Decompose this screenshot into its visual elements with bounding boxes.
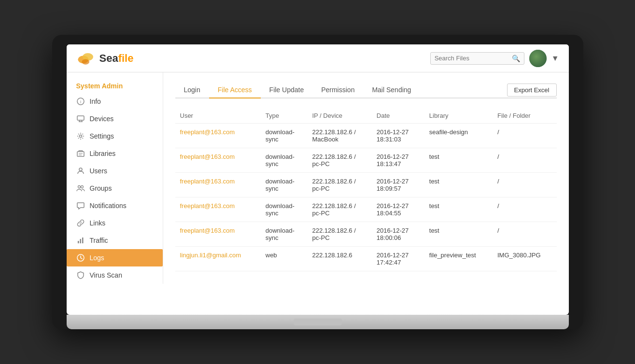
table-row: freeplant@163.com download- sync 222.128… <box>175 173 557 197</box>
sidebar-item-groups[interactable]: Groups <box>67 180 163 197</box>
svg-point-13 <box>79 168 82 171</box>
sidebar-label-libraries: Libraries <box>90 150 116 157</box>
svg-rect-17 <box>80 239 81 243</box>
sidebar-item-info[interactable]: i Info <box>67 93 163 110</box>
cell-user-4: freeplant@163.com <box>175 222 261 247</box>
cell-ip-device-3: 222.128.182.6 / pc-PC <box>307 197 371 222</box>
shield-icon <box>76 271 85 280</box>
search-icon[interactable]: 🔍 <box>512 55 520 62</box>
sidebar-item-traffic[interactable]: Traffic <box>67 232 163 249</box>
user-menu-arrow[interactable]: ▼ <box>551 54 559 63</box>
user-icon <box>76 167 85 175</box>
sidebar-section-title: System Admin <box>67 77 163 93</box>
cell-ip-device-5: 222.128.182.6 <box>307 247 371 271</box>
cell-file-folder-3: / <box>493 197 557 222</box>
export-excel-button[interactable]: Export Excel <box>507 84 557 97</box>
table-row: freeplant@163.com download- sync 222.128… <box>175 197 557 222</box>
user-link-4[interactable]: freeplant@163.com <box>180 227 235 234</box>
trackpad <box>294 319 342 325</box>
cell-file-folder-5: IMG_3080.JPG <box>493 247 557 271</box>
user-link-5[interactable]: lingjun.li1@gmail.com <box>180 252 241 259</box>
sidebar-label-logs: Logs <box>90 254 104 262</box>
logo-sea-text: Sea <box>99 52 118 64</box>
sidebar-item-virusscan[interactable]: Virus Scan <box>67 266 163 284</box>
table-row: lingjun.li1@gmail.com web 222.128.182.6 … <box>175 247 557 271</box>
cell-date-1: 2016-12-27 18:13:47 <box>372 148 424 173</box>
cell-file-folder-0: / <box>493 124 557 148</box>
gear-icon <box>76 132 85 140</box>
seafile-logo-icon <box>76 51 96 66</box>
traffic-icon <box>76 236 85 245</box>
chat-icon <box>76 201 85 210</box>
cell-date-3: 2016-12-27 18:04:55 <box>372 197 424 222</box>
tab-fileaccess[interactable]: File Access <box>209 82 261 98</box>
link-icon <box>76 219 85 227</box>
cell-ip-device-0: 222.128.182.6 / MacBook <box>307 124 371 148</box>
cell-date-0: 2016-12-27 18:31:03 <box>372 124 424 148</box>
info-icon: i <box>76 97 85 106</box>
logo: Seafile <box>76 51 134 66</box>
user-link-0[interactable]: freeplant@163.com <box>180 128 235 136</box>
sidebar-item-libraries[interactable]: Libraries <box>67 145 163 162</box>
sidebar-item-links[interactable]: Links <box>67 214 163 232</box>
sidebar-label-settings: Settings <box>90 132 114 140</box>
user-link-1[interactable]: freeplant@163.com <box>180 153 235 160</box>
logs-icon <box>76 253 85 262</box>
cell-library-2: test <box>424 173 493 197</box>
svg-point-2 <box>82 59 89 64</box>
search-input[interactable] <box>435 55 512 62</box>
logo-file-text: file <box>118 52 134 64</box>
table-row: freeplant@163.com download- sync 222.128… <box>175 148 557 173</box>
cell-library-0: seafile-design <box>424 124 493 148</box>
cell-file-folder-4: / <box>493 222 557 247</box>
search-bar[interactable]: 🔍 <box>430 52 524 65</box>
cell-date-4: 2016-12-27 18:00:06 <box>372 222 424 247</box>
groups-icon <box>76 184 85 193</box>
cell-type-1: download- sync <box>261 148 308 173</box>
tab-fileupdate[interactable]: File Update <box>261 82 313 98</box>
table-row: freeplant@163.com download- sync 222.128… <box>175 222 557 247</box>
sidebar-item-users[interactable]: Users <box>67 162 163 180</box>
cell-library-3: test <box>424 197 493 222</box>
cell-ip-device-2: 222.128.182.6 / pc-PC <box>307 173 371 197</box>
avatar-image <box>529 50 547 67</box>
sidebar-label-notifications: Notifications <box>90 202 127 210</box>
cell-ip-device-1: 222.128.182.6 / pc-PC <box>307 148 371 173</box>
sidebar-item-devices[interactable]: Devices <box>67 110 163 127</box>
cell-file-folder-2: / <box>493 173 557 197</box>
tab-login[interactable]: Login <box>175 82 209 98</box>
cell-type-3: download- sync <box>261 197 308 222</box>
sidebar-item-notifications[interactable]: Notifications <box>67 197 163 214</box>
svg-point-14 <box>78 186 80 188</box>
user-link-2[interactable]: freeplant@163.com <box>180 178 235 185</box>
tab-permission[interactable]: Permission <box>312 82 363 98</box>
col-header-library: Library <box>424 108 493 124</box>
svg-rect-10 <box>77 152 84 156</box>
cell-type-2: download- sync <box>261 173 308 197</box>
tabs-bar: Login File Access File Update Permission… <box>175 82 557 98</box>
cell-ip-device-4: 222.128.182.6 / pc-PC <box>307 222 371 247</box>
sidebar-item-logs[interactable]: Logs <box>67 249 163 266</box>
sidebar-label-users: Users <box>90 167 108 175</box>
cell-type-5: web <box>261 247 308 271</box>
tab-mailsending[interactable]: Mail Sending <box>363 82 420 98</box>
cell-user-2: freeplant@163.com <box>175 173 261 197</box>
col-header-ip-device: IP / Device <box>307 108 371 124</box>
col-header-user: User <box>175 108 261 124</box>
svg-rect-18 <box>82 238 84 243</box>
cell-user-1: freeplant@163.com <box>175 148 261 173</box>
cell-date-5: 2016-12-27 17:42:47 <box>372 247 424 271</box>
sidebar-label-links: Links <box>90 219 106 227</box>
logs-table: User Type IP / Device Date Library File … <box>175 108 557 271</box>
user-link-3[interactable]: freeplant@163.com <box>180 202 235 210</box>
cell-date-2: 2016-12-27 18:09:57 <box>372 173 424 197</box>
main-layout: System Admin i Info <box>67 72 569 284</box>
user-avatar[interactable] <box>529 50 547 67</box>
cell-library-4: test <box>424 222 493 247</box>
table-row: freeplant@163.com download- sync 222.128… <box>175 124 557 148</box>
svg-rect-5 <box>77 116 84 120</box>
cell-user-3: freeplant@163.com <box>175 197 261 222</box>
sidebar-item-settings[interactable]: Settings <box>67 127 163 145</box>
sidebar-label-traffic: Traffic <box>90 237 108 244</box>
sidebar: System Admin i Info <box>67 72 163 284</box>
